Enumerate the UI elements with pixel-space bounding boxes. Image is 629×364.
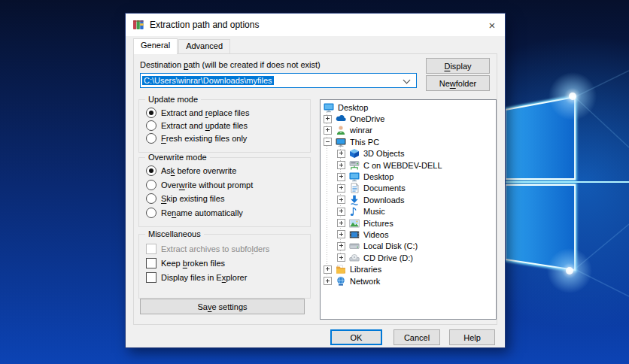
tab-general[interactable]: General — [133, 38, 178, 54]
close-button[interactable]: × — [479, 14, 505, 36]
tree-item-label: Local Disk (C:) — [363, 241, 418, 250]
tree-item-videos[interactable]: Videos — [321, 229, 496, 240]
expander-plus-icon[interactable] — [337, 253, 345, 262]
tree-item-pictures[interactable]: Pictures — [321, 217, 496, 229]
radio-skip-existing-files[interactable]: Skip existing files — [146, 193, 224, 204]
radio-selected-icon[interactable] — [146, 108, 156, 118]
radio-ask-before-overwrite[interactable]: Ask before overwrite — [146, 165, 236, 176]
checkbox-display-files-in-explorer[interactable]: Display files in Explorer — [146, 272, 247, 283]
computer-icon — [336, 137, 346, 147]
checkbox-icon[interactable] — [146, 258, 156, 268]
radio-icon[interactable] — [146, 180, 156, 190]
tree-item-onedrive[interactable]: OneDrive — [321, 113, 496, 124]
ok-button[interactable]: OK — [330, 329, 382, 345]
radio-icon[interactable] — [146, 193, 156, 204]
display-button[interactable]: Display — [426, 58, 490, 74]
general-tab-page: Destination path (will be created if doe… — [133, 53, 497, 325]
expander-minus-icon[interactable] — [324, 138, 332, 146]
expander-plus-icon[interactable] — [324, 265, 332, 274]
tree-item-cd-drive-d[interactable]: CD Drive (D:) — [321, 252, 496, 263]
tree-item-winrar[interactable]: winrar — [321, 125, 496, 136]
overwrite-mode-group-title: Overwrite mode — [145, 153, 210, 162]
expander-plus-icon[interactable] — [337, 173, 345, 181]
destination-path-value: C:\Users\winrar\Downloads\myfiles — [142, 76, 274, 85]
expander-plus-icon[interactable] — [337, 161, 345, 169]
cd-drive-icon — [349, 253, 360, 263]
cancel-button[interactable]: Cancel — [394, 329, 440, 345]
tab-strip: GeneralAdvanced — [133, 38, 497, 53]
local-disk-icon — [349, 241, 360, 251]
expander-plus-icon[interactable] — [337, 219, 345, 227]
desktop-background: Extraction path and options × GeneralAdv… — [0, 0, 629, 364]
title-bar: Extraction path and options × — [126, 14, 505, 36]
update-mode-group: Update mode Extract and replace filesExt… — [138, 99, 311, 153]
tree-item-libraries[interactable]: Libraries — [321, 263, 496, 275]
expander-plus-icon[interactable] — [337, 208, 345, 216]
option-label: Extract archives to subfolders — [161, 244, 269, 253]
tree-item-local-disk-c[interactable]: Local Disk (C:) — [321, 241, 496, 252]
miscellaneous-group-title: Miscellaneous — [145, 229, 204, 238]
expander-plus-icon[interactable] — [324, 126, 332, 135]
window-title: Extraction path and options — [150, 20, 259, 30]
save-settings-button[interactable]: Save settings — [140, 299, 305, 314]
desktop-icon — [324, 102, 334, 113]
tree-item-label: Pictures — [363, 219, 394, 228]
user-icon — [336, 125, 346, 135]
tree-item-downloads[interactable]: Downloads — [321, 194, 496, 205]
music-icon — [349, 206, 360, 217]
tree-item-label: Desktop — [363, 172, 394, 181]
pictures-icon — [349, 218, 360, 229]
expander-plus-icon[interactable] — [337, 242, 345, 250]
chevron-down-icon[interactable] — [403, 77, 411, 84]
tree-item-3d-objects[interactable]: 3D Objects — [321, 148, 496, 159]
tree-item-label: CD Drive (D:) — [363, 253, 413, 262]
tree-item-desktop[interactable]: Desktop — [321, 102, 496, 113]
tree-item-documents[interactable]: Documents — [321, 183, 496, 194]
onedrive-icon — [336, 114, 346, 124]
extraction-path-dialog: Extraction path and options × GeneralAdv… — [125, 13, 506, 348]
folder-tree-panel: DesktopOneDrivewinrarThis PC3D ObjectsC … — [320, 99, 497, 320]
expander-plus-icon[interactable] — [337, 150, 345, 158]
help-button[interactable]: Help — [449, 329, 495, 345]
radio-rename-automatically[interactable]: Rename automatically — [146, 208, 243, 218]
radio-icon[interactable] — [146, 208, 156, 218]
option-label: Ask before overwrite — [161, 166, 236, 175]
radio-selected-icon[interactable] — [146, 165, 156, 176]
option-label: Skip existing files — [161, 194, 224, 203]
libraries-icon — [336, 264, 346, 275]
option-label: Overwrite without prompt — [161, 180, 253, 190]
option-label: Extract and update files — [161, 121, 248, 130]
radio-overwrite-without-prompt[interactable]: Overwrite without prompt — [146, 180, 253, 190]
radio-fresh-existing-files-only[interactable]: Fresh existing files only — [146, 133, 247, 144]
tree-item-network[interactable]: Network — [321, 275, 496, 287]
checkbox-icon — [146, 244, 156, 254]
tree-item-label: Documents — [363, 184, 406, 193]
tree-item-desktop[interactable]: Desktop — [321, 171, 496, 182]
checkbox-keep-broken-files[interactable]: Keep broken files — [146, 258, 225, 268]
radio-extract-and-replace-files[interactable]: Extract and replace files — [146, 108, 249, 118]
videos-icon — [349, 229, 360, 240]
tab-advanced[interactable]: Advanced — [178, 39, 230, 53]
tree-item-label: 3D Objects — [363, 149, 404, 158]
radio-icon[interactable] — [146, 133, 156, 144]
expander-plus-icon[interactable] — [337, 184, 345, 193]
option-label: Keep broken files — [161, 259, 225, 268]
checkbox-icon[interactable] — [146, 272, 156, 283]
expander-plus-icon[interactable] — [337, 196, 345, 204]
expander-plus-icon[interactable] — [324, 115, 332, 123]
radio-extract-and-update-files[interactable]: Extract and update files — [146, 120, 248, 131]
tree-item-c-on-webdev-dell[interactable]: C on WEBDEV-DELL — [321, 159, 496, 171]
new-folder-button[interactable]: New folder — [426, 75, 490, 91]
option-label: Fresh existing files only — [161, 134, 247, 143]
option-label: Extract and replace files — [161, 108, 249, 117]
destination-path-combobox[interactable]: C:\Users\winrar\Downloads\myfiles — [140, 73, 417, 88]
overwrite-mode-group: Overwrite mode Ask before overwriteOverw… — [138, 157, 311, 227]
tree-item-this-pc[interactable]: This PC — [321, 136, 496, 147]
radio-icon[interactable] — [146, 120, 156, 131]
tree-item-label: This PC — [350, 138, 379, 147]
expander-plus-icon[interactable] — [337, 230, 345, 238]
option-label: Display files in Explorer — [161, 273, 247, 282]
tree-item-music[interactable]: Music — [321, 206, 496, 217]
tree-item-label: Desktop — [338, 103, 368, 112]
expander-plus-icon[interactable] — [324, 277, 332, 285]
